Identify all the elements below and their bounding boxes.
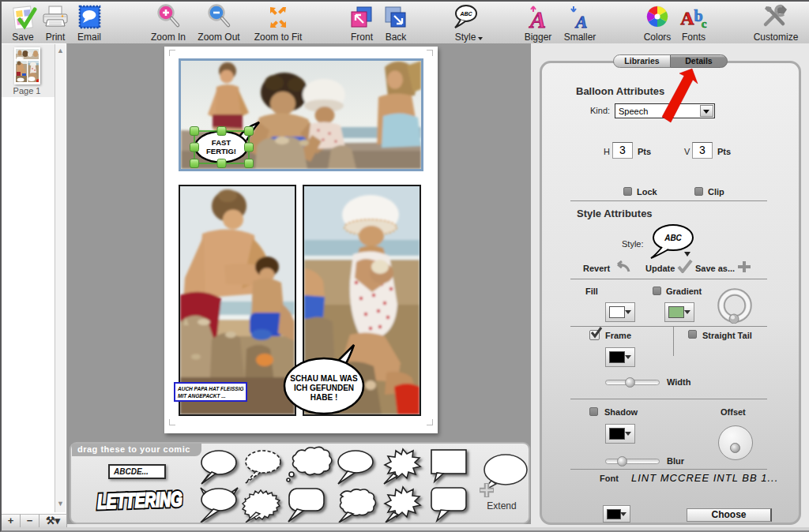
- svg-text:A: A: [574, 12, 588, 31]
- svg-text:c: c: [702, 17, 707, 30]
- svg-text:A: A: [680, 8, 694, 28]
- svg-text:Extend: Extend: [487, 500, 516, 511]
- svg-text:ABC: ABC: [459, 11, 472, 17]
- svg-text:HABE !: HABE !: [310, 393, 337, 402]
- svg-text:SCHAU MAL WAS: SCHAU MAL WAS: [290, 374, 358, 383]
- svg-text:LETTERING: LETTERING: [97, 488, 183, 513]
- svg-text:ABC: ABC: [664, 234, 682, 242]
- svg-text:A: A: [529, 6, 546, 31]
- svg-text:ICH GEFUNDEN: ICH GEFUNDEN: [294, 384, 354, 392]
